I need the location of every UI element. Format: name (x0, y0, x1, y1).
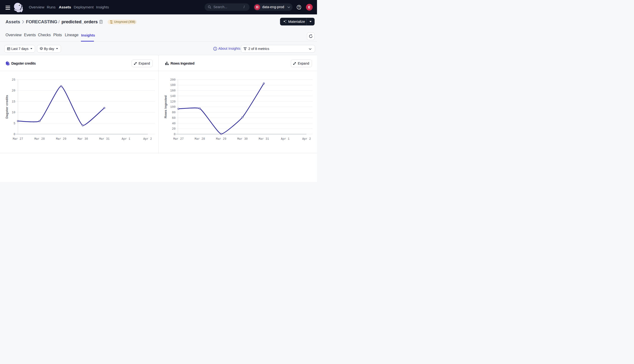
svg-text:180: 180 (170, 84, 176, 87)
svg-text:60: 60 (172, 116, 176, 120)
svg-text:Mar 28: Mar 28 (34, 137, 45, 141)
svg-text:Dagster credits: Dagster credits (5, 95, 9, 118)
svg-text:?: ? (298, 6, 300, 9)
svg-text:0: 0 (14, 133, 15, 136)
svg-text:0: 0 (174, 133, 176, 136)
svg-text:Rows Ingested: Rows Ingested (164, 95, 168, 118)
svg-text:20: 20 (172, 127, 176, 130)
svg-text:Apr 2: Apr 2 (143, 137, 152, 141)
svg-text:80: 80 (172, 111, 176, 114)
svg-text:Mar 29: Mar 29 (56, 137, 66, 141)
svg-text:5: 5 (14, 122, 15, 125)
svg-text:15: 15 (12, 100, 15, 104)
svg-text:Mar 27: Mar 27 (173, 137, 184, 141)
svg-text:25: 25 (12, 78, 15, 82)
svg-text:Mar 30: Mar 30 (237, 137, 248, 141)
svg-text:120: 120 (170, 100, 176, 104)
svg-text:Mar 28: Mar 28 (194, 137, 205, 141)
svg-text:Mar 31: Mar 31 (259, 137, 269, 141)
svg-text:Apr 2: Apr 2 (302, 137, 311, 141)
svg-text:140: 140 (170, 94, 176, 98)
svg-text:40: 40 (172, 122, 176, 125)
svg-text:10: 10 (12, 111, 15, 114)
svg-text:Mar 29: Mar 29 (216, 137, 226, 141)
svg-text:100: 100 (170, 106, 176, 109)
svg-text:Apr 1: Apr 1 (122, 137, 130, 141)
svg-text:Mar 27: Mar 27 (13, 137, 23, 141)
svg-text:Mar 31: Mar 31 (99, 137, 110, 141)
svg-text:Mar 30: Mar 30 (78, 137, 88, 141)
svg-text:Apr 1: Apr 1 (281, 137, 290, 141)
svg-text:200: 200 (170, 78, 176, 82)
svg-text:160: 160 (170, 89, 176, 92)
svg-text:20: 20 (12, 89, 15, 92)
